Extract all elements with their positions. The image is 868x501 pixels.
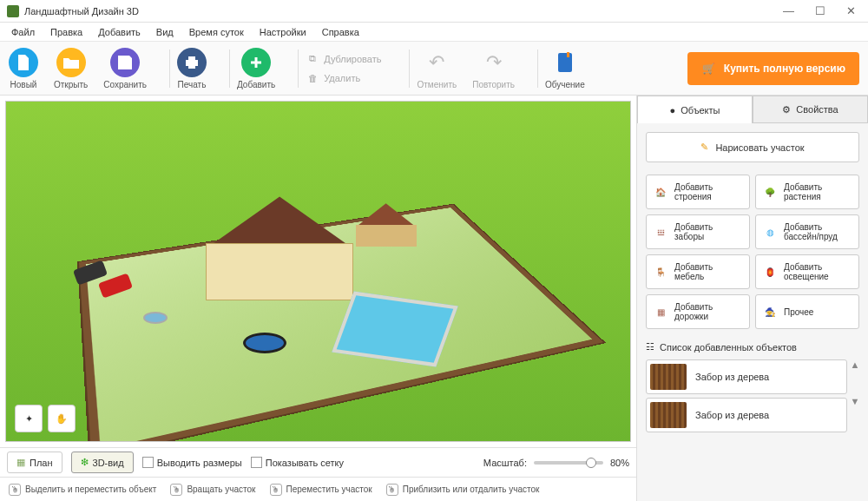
file-icon [9, 48, 38, 77]
lamp-icon: 🏮 [761, 263, 779, 280]
trash-icon: 🗑 [306, 71, 319, 85]
fence-icon: 𝍔 [652, 223, 669, 241]
chair-icon: 🪑 [652, 263, 669, 280]
toolbar: Новый Открыть Сохранить Печать Добавить … [0, 42, 868, 96]
mouse-left-icon: 🖱 [170, 484, 182, 496]
side-panel: ●Объекты ⚙Свойства ✎Нарисовать участок 🏠… [637, 96, 868, 501]
view-bar: ▦План ❇3D-вид Выводить размеры Показыват… [0, 447, 636, 477]
scene-render [6, 102, 630, 441]
book-icon [550, 48, 580, 77]
gnome-icon: 🧙 [761, 303, 779, 320]
scale-value: 80% [610, 458, 629, 468]
redo-button[interactable]: ↷ Повторить [472, 48, 515, 89]
cart-icon: 🛒 [701, 61, 717, 76]
house-icon: 🏠 [652, 183, 669, 201]
print-icon [177, 48, 207, 77]
undo-icon: ↶ [422, 48, 451, 77]
close-button[interactable]: ✕ [841, 4, 861, 17]
svg-rect-3 [558, 53, 572, 72]
save-icon [110, 48, 140, 77]
window-title: Ландшафтный Дизайн 3D [24, 6, 778, 16]
tab-properties[interactable]: ⚙Свойства [753, 96, 868, 123]
3d-view-button[interactable]: ❇3D-вид [71, 452, 134, 473]
leaf-icon: ❇ [81, 457, 89, 468]
menu-file[interactable]: Файл [3, 24, 43, 40]
svg-rect-1 [188, 56, 195, 60]
redo-icon: ↷ [479, 48, 509, 77]
menu-add[interactable]: Добавить [90, 24, 148, 40]
fence-thumb [650, 364, 687, 390]
maximize-button[interactable]: ☐ [810, 4, 831, 17]
gear-icon: ⚙ [782, 104, 791, 115]
buy-button[interactable]: 🛒 Купить полную версию [687, 52, 859, 85]
open-button[interactable]: Открыть [54, 48, 88, 89]
menu-time[interactable]: Время суток [181, 24, 252, 40]
menu-settings[interactable]: Настройки [252, 24, 314, 40]
new-button[interactable]: Новый [9, 48, 38, 89]
list-item[interactable]: Забор из дерева [646, 359, 847, 394]
object-list-header: ☷Список добавленных объектов [646, 341, 859, 353]
add-fences-button[interactable]: 𝍔Добавить заборы [646, 214, 750, 249]
pool-icon: ◍ [761, 223, 779, 241]
objects-icon: ● [669, 105, 675, 115]
rotate-icon: ✦ [25, 413, 33, 425]
menu-view[interactable]: Вид [148, 24, 181, 40]
mouse-middle-icon: 🖱 [270, 484, 282, 496]
tab-objects[interactable]: ●Объекты [637, 96, 753, 123]
plan-view-button[interactable]: ▦План [7, 452, 62, 473]
menubar: Файл Правка Добавить Вид Время суток Нас… [0, 23, 868, 42]
svg-rect-0 [186, 60, 198, 66]
svg-rect-2 [188, 65, 195, 69]
draw-plot-button[interactable]: ✎Нарисовать участок [646, 132, 859, 162]
mouse-left-icon: 🖱 [9, 484, 21, 496]
add-furniture-button[interactable]: 🪑Добавить мебель [646, 254, 750, 289]
delete-button[interactable]: 🗑Удалить [306, 71, 381, 85]
chevron-up-icon: ▲ [851, 359, 860, 370]
plus-icon [241, 48, 271, 77]
titlebar: Ландшафтный Дизайн 3D — ☐ ✕ [0, 0, 868, 23]
hint-bar: 🖱Выделить и переместить объект 🖱Вращать … [0, 477, 636, 501]
hand-icon: ✋ [56, 413, 68, 425]
pencil-icon: ✎ [700, 142, 708, 153]
orbit-button[interactable]: ✦ [15, 405, 43, 432]
list-item[interactable]: Забор из дерева [646, 398, 847, 432]
viewport-3d[interactable]: ✦ ✋ [5, 101, 631, 442]
add-pool-button[interactable]: ◍Добавить бассейн/пруд [755, 214, 859, 249]
duplicate-button[interactable]: ⧉Дублировать [306, 52, 381, 66]
scale-slider[interactable] [534, 461, 603, 465]
print-button[interactable]: Печать [177, 48, 207, 89]
scrollbar[interactable]: ▲▼ [851, 359, 859, 432]
add-plants-button[interactable]: 🌳Добавить растения [755, 175, 859, 209]
duplicate-icon: ⧉ [306, 52, 319, 66]
path-icon: ▦ [652, 303, 669, 320]
learn-button[interactable]: Обучение [545, 48, 585, 89]
fence-thumb [650, 402, 687, 428]
app-icon [7, 5, 19, 17]
add-lighting-button[interactable]: 🏮Добавить освещение [755, 254, 859, 289]
svg-rect-4 [567, 52, 569, 57]
menu-help[interactable]: Справка [314, 24, 367, 40]
pan-button[interactable]: ✋ [48, 405, 76, 432]
minimize-button[interactable]: — [778, 4, 799, 17]
scale-label: Масштаб: [483, 458, 527, 468]
add-buildings-button[interactable]: 🏠Добавить строения [646, 175, 750, 209]
stack-icon: ☷ [646, 341, 654, 353]
show-grid-checkbox[interactable]: Показывать сетку [251, 457, 344, 468]
mouse-wheel-icon: 🖱 [386, 484, 398, 496]
plan-icon: ▦ [16, 457, 25, 468]
other-button[interactable]: 🧙Прочее [755, 294, 859, 329]
add-paths-button[interactable]: ▦Добавить дорожки [646, 294, 750, 329]
folder-icon [56, 48, 86, 77]
undo-button[interactable]: ↶ Отменить [417, 48, 457, 89]
save-button[interactable]: Сохранить [103, 48, 147, 89]
show-sizes-checkbox[interactable]: Выводить размеры [142, 457, 242, 468]
menu-edit[interactable]: Правка [43, 24, 90, 40]
add-button[interactable]: Добавить [237, 48, 275, 89]
tree-icon: 🌳 [761, 183, 779, 201]
chevron-down-icon: ▼ [851, 396, 860, 406]
